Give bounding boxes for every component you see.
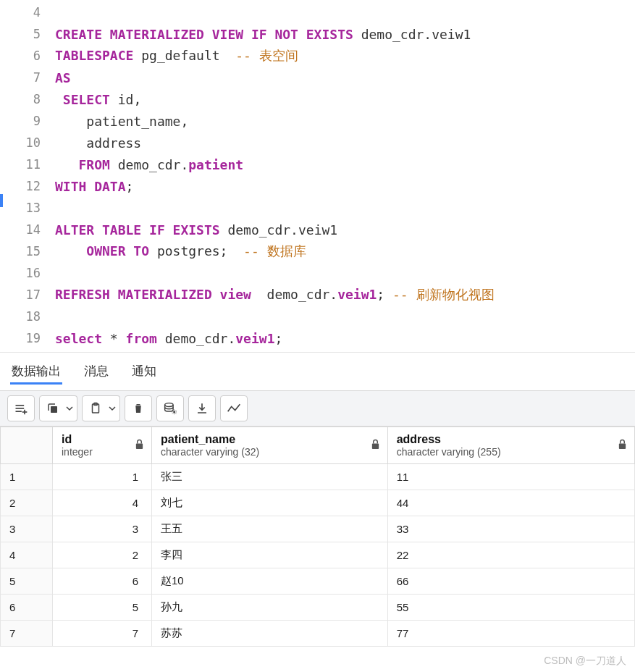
svg-rect-12 xyxy=(619,444,626,449)
cell-address[interactable]: 77 xyxy=(387,621,634,647)
results-grid[interactable]: id integer patient_name character varyin… xyxy=(0,427,635,647)
table-row[interactable]: 11张三11 xyxy=(1,464,635,490)
code-line[interactable]: 14ALTER TABLE IF EXISTS demo_cdr.veiw1 xyxy=(0,219,635,240)
table-row[interactable]: 65孙九55 xyxy=(1,595,635,621)
code-line[interactable]: 6TABLESPACE pg_default -- 表空间 xyxy=(0,45,635,67)
lock-icon xyxy=(135,439,144,452)
cell-patient-name[interactable]: 王五 xyxy=(152,516,388,542)
line-number: 18 xyxy=(0,309,55,324)
cell-address[interactable]: 66 xyxy=(387,568,634,595)
code-content[interactable]: CREATE MATERIALIZED VIEW IF NOT EXISTS d… xyxy=(55,27,471,42)
col-type: integer xyxy=(62,446,143,458)
lock-icon xyxy=(371,439,380,452)
delete-button[interactable] xyxy=(125,395,152,421)
cell-id[interactable]: 5 xyxy=(53,595,152,621)
code-content[interactable] xyxy=(55,266,86,281)
row-number: 7 xyxy=(1,621,53,647)
tab-data-output[interactable]: 数据输出 xyxy=(10,360,62,385)
code-content[interactable]: TABLESPACE pg_default -- 表空间 xyxy=(55,47,298,64)
cell-address[interactable]: 55 xyxy=(387,595,634,621)
col-type: character varying (255) xyxy=(397,446,626,458)
cell-patient-name[interactable]: 张三 xyxy=(152,464,388,490)
tab-notifications[interactable]: 通知 xyxy=(130,360,158,385)
copy-dropdown[interactable] xyxy=(62,395,77,421)
cell-id[interactable]: 2 xyxy=(53,542,152,568)
save-data-button[interactable] xyxy=(156,395,184,421)
cell-id[interactable]: 1 xyxy=(53,464,152,490)
code-content[interactable]: patient_name, xyxy=(55,114,188,129)
line-number: 6 xyxy=(0,49,55,63)
code-content[interactable]: ALTER TABLE IF EXISTS demo_cdr.veiw1 xyxy=(55,222,337,238)
svg-point-8 xyxy=(165,403,173,407)
line-number: 5 xyxy=(0,27,55,41)
line-number: 9 xyxy=(0,114,55,128)
cell-id[interactable]: 3 xyxy=(53,516,152,542)
tab-messages[interactable]: 消息 xyxy=(83,360,110,385)
sql-editor[interactable]: 45CREATE MATERIALIZED VIEW IF NOT EXISTS… xyxy=(0,0,635,349)
code-line[interactable]: 13 xyxy=(0,197,635,219)
table-row[interactable]: 42李四22 xyxy=(1,542,635,568)
code-line[interactable]: 17REFRESH MATERIALIZED view demo_cdr.vei… xyxy=(0,284,635,306)
column-header-patient-name[interactable]: patient_name character varying (32) xyxy=(152,427,388,464)
svg-rect-10 xyxy=(136,444,143,449)
chart-button[interactable] xyxy=(220,395,248,421)
line-number: 16 xyxy=(0,266,55,280)
code-line[interactable]: 11 FROM demo_cdr.patient xyxy=(0,154,635,175)
table-row[interactable]: 56赵1066 xyxy=(1,568,635,595)
cell-address[interactable]: 22 xyxy=(387,542,634,568)
cell-address[interactable]: 44 xyxy=(387,490,634,516)
cell-address[interactable]: 33 xyxy=(387,516,634,542)
add-row-button[interactable] xyxy=(7,395,35,421)
line-number: 12 xyxy=(0,179,55,193)
row-number: 3 xyxy=(1,516,53,542)
code-line[interactable]: 16 xyxy=(0,262,635,284)
download-button[interactable] xyxy=(188,395,216,421)
row-number: 2 xyxy=(1,490,53,516)
code-line[interactable]: 18 xyxy=(0,306,635,327)
line-number: 19 xyxy=(0,331,55,345)
code-line[interactable]: 7AS xyxy=(0,67,635,88)
column-header-address[interactable]: address character varying (255) xyxy=(387,427,634,464)
code-line[interactable]: 10 address xyxy=(0,132,635,154)
row-number: 5 xyxy=(1,568,53,595)
cell-address[interactable]: 11 xyxy=(387,464,634,490)
code-line[interactable]: 8 SELECT id, xyxy=(0,88,635,110)
code-content[interactable]: REFRESH MATERIALIZED view demo_cdr.veiw1… xyxy=(55,286,495,303)
table-row[interactable]: 77苏苏77 xyxy=(1,621,635,647)
table-row[interactable]: 24刘七44 xyxy=(1,490,635,516)
col-type: character varying (32) xyxy=(161,446,379,458)
code-content[interactable]: SELECT id, xyxy=(55,92,141,107)
code-content[interactable]: address xyxy=(55,135,141,151)
code-line[interactable]: 15 OWNER TO postgres; -- 数据库 xyxy=(0,240,635,262)
cell-patient-name[interactable]: 苏苏 xyxy=(152,621,388,647)
cell-patient-name[interactable]: 赵10 xyxy=(152,568,388,595)
table-row[interactable]: 33王五33 xyxy=(1,516,635,542)
code-content[interactable]: select * from demo_cdr.veiw1; xyxy=(55,331,282,346)
paste-dropdown[interactable] xyxy=(104,395,120,421)
cell-id[interactable]: 7 xyxy=(53,621,152,647)
svg-rect-11 xyxy=(371,444,378,449)
line-number: 8 xyxy=(0,92,55,106)
result-panel-tabs: 数据输出 消息 通知 xyxy=(0,352,635,390)
code-line[interactable]: 5CREATE MATERIALIZED VIEW IF NOT EXISTS … xyxy=(0,23,635,45)
line-number: 17 xyxy=(0,287,55,302)
column-header-id[interactable]: id integer xyxy=(53,427,152,464)
cell-id[interactable]: 4 xyxy=(53,490,152,516)
code-content[interactable]: OWNER TO postgres; -- 数据库 xyxy=(55,243,306,260)
line-number: 4 xyxy=(0,5,55,20)
cell-patient-name[interactable]: 刘七 xyxy=(152,490,388,516)
line-number: 10 xyxy=(0,135,55,150)
cell-patient-name[interactable]: 李四 xyxy=(152,542,388,568)
cell-patient-name[interactable]: 孙九 xyxy=(152,595,388,621)
code-content[interactable]: FROM demo_cdr.patient xyxy=(55,157,243,172)
cell-id[interactable]: 6 xyxy=(53,568,152,595)
code-content[interactable]: AS xyxy=(55,70,71,85)
line-number: 15 xyxy=(0,244,55,259)
code-line[interactable]: 12WITH DATA; xyxy=(0,175,635,197)
code-line[interactable]: 9 patient_name, xyxy=(0,110,635,132)
code-line[interactable]: 4 xyxy=(0,1,635,23)
selection-marker xyxy=(0,194,3,207)
line-number: 11 xyxy=(0,157,55,172)
code-content[interactable]: WITH DATA; xyxy=(55,179,133,194)
code-line[interactable]: 19select * from demo_cdr.veiw1; xyxy=(0,327,635,349)
